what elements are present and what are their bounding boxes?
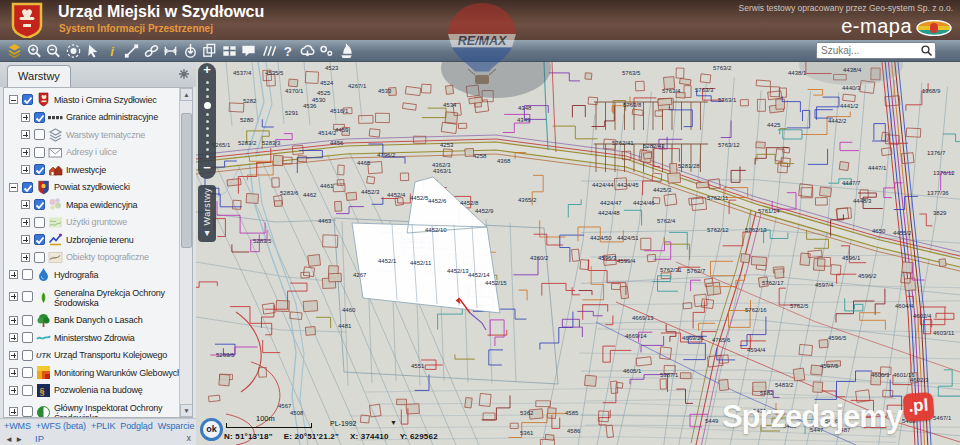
layer-checkbox[interactable]: [34, 147, 45, 158]
layer-checkbox[interactable]: [22, 332, 33, 343]
layer-label[interactable]: Obiekty topograficzne: [66, 252, 149, 262]
layer-checkbox[interactable]: [34, 129, 45, 140]
collapse-toggle[interactable]: [9, 183, 18, 192]
pager-right-icon[interactable]: ►: [15, 435, 23, 444]
expand-toggle[interactable]: [9, 368, 18, 377]
layer-checkbox[interactable]: [22, 269, 33, 280]
layer-checkbox[interactable]: [34, 217, 45, 228]
layer-checkbox[interactable]: [34, 164, 45, 175]
layer-checkbox[interactable]: [22, 406, 33, 417]
crs-label[interactable]: PL-1992: [330, 420, 356, 427]
zoom-in-icon[interactable]: [26, 42, 43, 60]
layer-label[interactable]: Warstwy tematyczne: [66, 130, 145, 140]
layer-label[interactable]: Mapa ewidencyjna: [66, 200, 137, 210]
scroll-up-icon[interactable]: ▲: [180, 88, 193, 101]
point-probe-icon[interactable]: [182, 42, 199, 60]
layer-checkbox[interactable]: [34, 252, 45, 263]
expand-toggle[interactable]: [21, 235, 30, 244]
layer-label[interactable]: Użytki gruntowe: [66, 217, 127, 227]
layer-label[interactable]: Granice administracyjne: [66, 112, 158, 122]
expand-toggle[interactable]: [9, 270, 18, 279]
footer-link[interactable]: Wsparcie: [158, 421, 195, 431]
copy-map-icon[interactable]: [201, 42, 218, 60]
expand-toggle[interactable]: [21, 253, 30, 262]
expand-toggle[interactable]: [9, 386, 18, 395]
hatch-icon[interactable]: [260, 42, 277, 60]
expand-toggle[interactable]: [9, 333, 18, 342]
zoom-slider[interactable]: [198, 78, 216, 161]
tab-warstwy[interactable]: Warstwy: [7, 65, 71, 87]
info-icon[interactable]: i: [104, 42, 121, 60]
search-icon[interactable]: [920, 44, 933, 57]
select-circle-icon[interactable]: [65, 42, 82, 60]
measure-chain-icon[interactable]: [143, 42, 160, 60]
map-canvas[interactable]: 4537/44535/5452345244267/145334370/14525…: [196, 62, 960, 445]
map-viewport[interactable]: 4537/44535/5452345244267/145334370/14525…: [196, 62, 960, 445]
expand-toggle[interactable]: [21, 200, 30, 209]
crs-caret-icon[interactable]: ▼: [390, 419, 397, 426]
footer-link[interactable]: Podgląd: [120, 421, 152, 431]
search-box[interactable]: [816, 42, 936, 59]
layer-checkbox[interactable]: [22, 385, 33, 396]
expand-toggle[interactable]: [9, 351, 18, 360]
tree-scrollbar[interactable]: ▲▼: [179, 88, 192, 417]
layer-label[interactable]: Powiat szydłowiecki: [54, 182, 130, 192]
zoom-out-icon[interactable]: [45, 42, 62, 60]
expand-toggle[interactable]: [21, 113, 30, 122]
layer-label[interactable]: Urząd Transportu Kolejowego: [54, 350, 167, 360]
layer-checkbox[interactable]: [34, 112, 45, 123]
layer-label[interactable]: Inwestycje: [66, 165, 106, 175]
layer-checkbox[interactable]: [22, 94, 33, 105]
collapse-layers-tab[interactable]: ▲ Warstwy: [198, 185, 216, 242]
expand-toggle[interactable]: [9, 407, 18, 416]
zoom-in-button[interactable]: +: [198, 63, 216, 78]
cloud-download-icon[interactable]: [299, 42, 316, 60]
expand-toggle[interactable]: [21, 165, 30, 174]
layer-checkbox[interactable]: [22, 291, 33, 302]
scroll-thumb[interactable]: [181, 113, 192, 248]
layer-checkbox[interactable]: [22, 350, 33, 361]
comment-icon[interactable]: [240, 42, 257, 60]
layer-label[interactable]: Adresy i ulice: [66, 147, 117, 157]
layer-checkbox[interactable]: [22, 367, 33, 378]
layer-label[interactable]: Uzbrojenie terenu: [66, 235, 134, 245]
collapse-toggle[interactable]: [9, 95, 18, 104]
measure-width-icon[interactable]: [162, 42, 179, 60]
zoom-out-button[interactable]: −: [198, 161, 216, 176]
help-icon[interactable]: ?: [279, 42, 296, 60]
layer-checkbox[interactable]: [22, 182, 33, 193]
expand-toggle[interactable]: [9, 292, 18, 301]
footer-close-icon[interactable]: x: [187, 433, 192, 443]
layer-checkbox[interactable]: [34, 234, 45, 245]
layer-label[interactable]: Główny Inspektorat Ochrony Środowiska: [54, 399, 174, 418]
scroll-down-icon[interactable]: ▼: [180, 404, 193, 417]
boat-icon[interactable]: [338, 42, 355, 60]
layer-label[interactable]: Generalna Dyrekcja Ochrony Środowiska: [54, 284, 174, 308]
layer-checkbox[interactable]: [34, 199, 45, 210]
expand-toggle[interactable]: [21, 148, 30, 157]
draw-line-icon[interactable]: [123, 42, 140, 60]
search-input[interactable]: [821, 44, 916, 57]
expand-toggle[interactable]: [21, 130, 30, 139]
ok-button[interactable]: ok: [200, 418, 223, 441]
layer-label[interactable]: Ministerstwo Zdrowia: [54, 333, 135, 343]
layers-icon[interactable]: [6, 42, 23, 60]
pager-left-icon[interactable]: ◄: [5, 435, 13, 444]
layer-label[interactable]: Monitoring Warunków Glebowych: [54, 368, 182, 378]
layer-label[interactable]: Pozwolenia na budowę: [54, 385, 143, 395]
layer-label[interactable]: Bank Danych o Lasach: [54, 315, 143, 325]
expand-toggle[interactable]: [9, 316, 18, 325]
layer-label[interactable]: Hydrografia: [54, 270, 98, 280]
footer-link[interactable]: +WMS: [4, 421, 31, 431]
coordinates-icon[interactable]: [318, 42, 335, 60]
expand-toggle[interactable]: [21, 218, 30, 227]
footer-link[interactable]: +WFS (beta): [36, 421, 86, 431]
ip-link[interactable]: IP: [35, 433, 44, 444]
layer-label[interactable]: Miasto i Gmina Szydłowiec: [54, 95, 157, 105]
panel-settings-icon[interactable]: [178, 68, 190, 80]
footer-link[interactable]: +PLIK: [91, 421, 115, 431]
layer-checkbox[interactable]: [22, 315, 33, 326]
city-crest-logo: [9, 2, 45, 38]
table-icon[interactable]: [221, 42, 238, 60]
cursor-icon[interactable]: [84, 42, 101, 60]
